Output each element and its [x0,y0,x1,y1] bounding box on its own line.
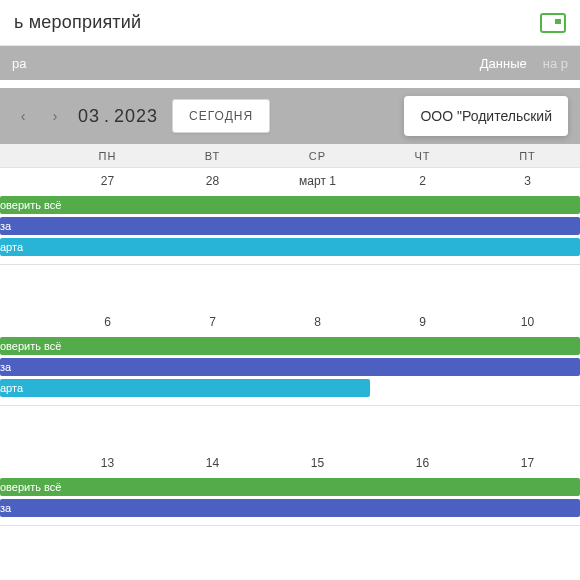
date-cell[interactable]: 2 [370,174,475,188]
calendar-week: 2728март 123оверить всёзаарта [0,168,580,264]
date-cell[interactable]: 13 [55,456,160,470]
calendar-event[interactable]: оверить всё [0,337,580,355]
week-events: оверить всёзаарта [0,335,580,405]
calendar-grid: 2728март 123оверить всёзаарта678910овери… [0,168,580,580]
ribbon-range-tab[interactable]: на р [543,56,568,71]
calendar-event[interactable]: арта [0,238,580,256]
page-title: ь мероприятий [14,12,141,33]
date-cell[interactable]: 14 [160,456,265,470]
ribbon-data-tab[interactable]: Данные [480,56,527,71]
year-number: 2023 [114,106,158,127]
date-cell[interactable]: 16 [370,456,475,470]
calendar-week: 2021222324оверить всёза [0,525,580,580]
calendar-event[interactable]: за [0,499,580,517]
calendar-week: 1314151617оверить всёза [0,405,580,525]
calendar-event[interactable]: оверить всё [0,196,580,214]
page-header: ь мероприятий [0,0,580,46]
calendar-event[interactable]: оверить всё [0,478,580,496]
ribbon-left-fragment: ра [12,56,26,71]
calendar-week: 678910оверить всёзаарта [0,264,580,405]
weekday-wed: СР [265,150,370,162]
next-month-button[interactable]: › [44,100,66,132]
calendar-event[interactable]: за [0,358,580,376]
date-row: 1314151617 [0,450,580,476]
calendar-event[interactable]: за [0,217,580,235]
calendar-view-toggle-icon[interactable] [540,13,566,33]
date-cell[interactable]: 6 [55,315,160,329]
date-cell[interactable]: 9 [370,315,475,329]
weekday-thu: ЧТ [370,150,475,162]
date-cell[interactable]: 7 [160,315,265,329]
month-number: 03 [78,106,100,127]
date-cell[interactable]: март 1 [265,174,370,188]
date-cell[interactable]: 27 [55,174,160,188]
date-cell[interactable]: 28 [160,174,265,188]
week-events: оверить всёзаарта [0,194,580,264]
organization-selector[interactable]: ООО "Родительский [404,96,568,136]
date-row: 2728март 123 [0,168,580,194]
current-month-label[interactable]: 03.2023 [78,106,158,127]
date-row: 678910 [0,309,580,335]
date-cell[interactable]: 8 [265,315,370,329]
date-cell[interactable]: 15 [265,456,370,470]
calendar-toolbar: ‹ › 03.2023 СЕГОДНЯ ООО "Родительский [0,88,580,144]
prev-month-button[interactable]: ‹ [12,100,34,132]
weekday-mon: ПН [55,150,160,162]
weekday-tue: ВТ [160,150,265,162]
calendar-event[interactable]: арта [0,379,370,397]
weekday-fri: ПТ [475,150,580,162]
view-ribbon: ра Данные на р [0,46,580,80]
weekday-header-row: ПН ВТ СР ЧТ ПТ [0,144,580,168]
week-events: оверить всёза [0,476,580,525]
date-cell[interactable]: 10 [475,315,580,329]
date-cell[interactable]: 3 [475,174,580,188]
date-cell[interactable]: 17 [475,456,580,470]
today-button[interactable]: СЕГОДНЯ [172,99,270,133]
